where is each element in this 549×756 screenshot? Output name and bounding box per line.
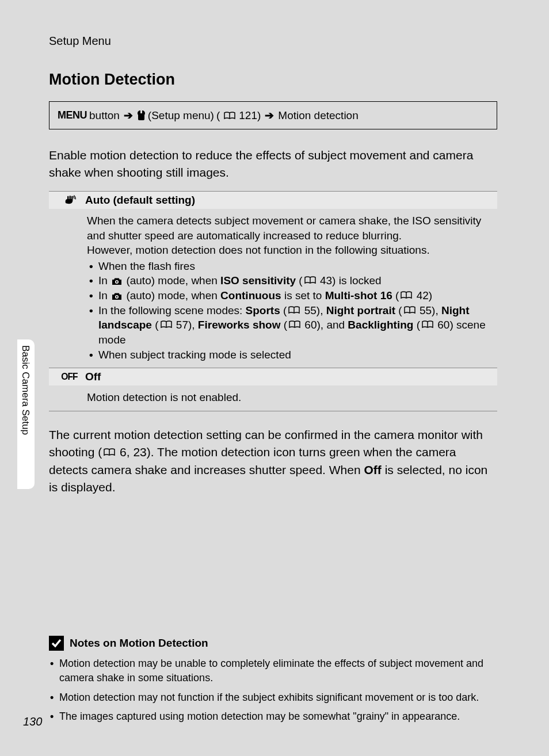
off-desc: Motion detection is not enabled. <box>87 391 241 403</box>
list-item: In (auto) mode, when Continuous is set t… <box>87 288 491 303</box>
camera-icon <box>112 277 122 285</box>
camera-icon <box>112 292 122 300</box>
list-item: In the following scene modes: Sports ( 5… <box>87 303 491 348</box>
breadcrumb-target: Motion detection <box>278 109 358 122</box>
page-title: Motion Detection <box>49 71 497 89</box>
svg-point-3 <box>116 296 118 298</box>
book-icon <box>224 112 235 120</box>
wrench-icon <box>137 109 146 122</box>
auto-desc-1: When the camera detects subject movement… <box>87 215 481 242</box>
options-table: Auto (default setting) When the camera d… <box>49 191 497 411</box>
section-label: Setup Menu <box>49 35 497 48</box>
page-number: 130 <box>23 715 42 728</box>
book-icon <box>401 291 412 299</box>
option-row-off: OFF Off Motion detection is not enabled. <box>49 368 497 411</box>
notes-title-text: Notes on Motion Detection <box>70 637 208 650</box>
menu-icon-text: MENU <box>58 109 87 121</box>
list-item: When subject tracking mode is selected <box>87 348 491 362</box>
book-icon <box>104 448 115 456</box>
option-row-auto: Auto (default setting) When the camera d… <box>49 191 497 368</box>
book-icon <box>304 276 316 284</box>
book-icon <box>161 320 172 329</box>
book-icon <box>289 320 300 329</box>
option-body: Motion detection is not enabled. <box>49 385 497 411</box>
side-tab-label: Basic Camera Setup <box>20 345 31 435</box>
notes-title: Notes on Motion Detection <box>49 636 497 651</box>
list-item: When the flash fires <box>87 259 491 274</box>
list-item: Motion detection may not function if the… <box>49 690 497 705</box>
book-icon <box>404 306 415 314</box>
motion-hand-icon <box>54 195 85 205</box>
book-icon <box>422 320 433 329</box>
menu-button-word: button <box>89 109 120 122</box>
ref-121: 121) <box>239 109 261 122</box>
option-header: OFF Off <box>49 368 497 385</box>
book-icon <box>288 306 300 314</box>
menu-path-box: MENU button ➔ (Setup menu) ( 121) ➔ Moti… <box>49 101 497 129</box>
list-item: Motion detection may be unable to comple… <box>49 656 497 685</box>
list-item: The images captured using motion detecti… <box>49 709 497 724</box>
check-icon <box>49 636 64 651</box>
manual-page: Basic Camera Setup Setup Menu Motion Det… <box>0 0 549 756</box>
open-paren: ( <box>216 109 220 122</box>
auto-desc-2: However, motion detection does not funct… <box>87 244 430 256</box>
arrow-right-icon: ➔ <box>265 109 274 122</box>
option-header: Auto (default setting) <box>49 192 497 209</box>
option-label: Off <box>85 371 101 383</box>
option-label: Auto (default setting) <box>85 194 195 207</box>
option-body: When the camera detects subject movement… <box>49 209 497 368</box>
setup-menu-label: (Setup menu) <box>148 109 214 122</box>
list-item: In (auto) mode, when ISO sensitivity ( 4… <box>87 273 491 288</box>
after-table-text: The current motion detection setting can… <box>49 426 497 497</box>
svg-point-1 <box>116 281 118 283</box>
off-icon: OFF <box>54 371 85 383</box>
arrow-right-icon: ➔ <box>124 109 133 122</box>
notes-section: Notes on Motion Detection Motion detecti… <box>49 636 497 728</box>
intro-text: Enable motion detection to reduce the ef… <box>49 147 497 182</box>
